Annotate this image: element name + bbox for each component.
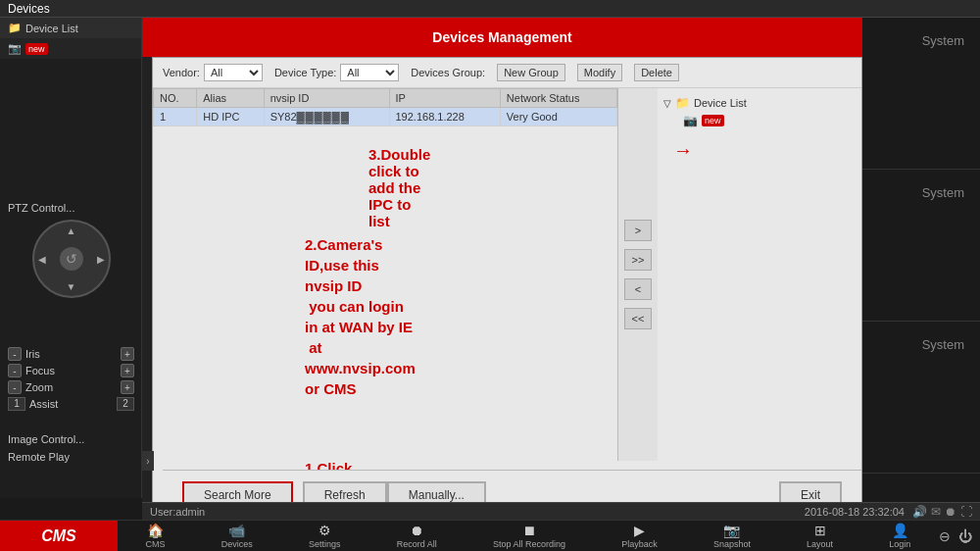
mail-icon: ✉	[931, 505, 941, 519]
devices-group-group: Devices Group:	[411, 67, 485, 78]
taskbar-item-devices[interactable]: 📹 Devices	[221, 523, 253, 549]
system-label-1: System	[914, 25, 972, 56]
ptz-center-btn[interactable]: ↺	[60, 247, 83, 271]
delete-btn[interactable]: Delete	[634, 64, 679, 81]
iris-plus-btn[interactable]: +	[121, 347, 134, 361]
col-alias: Alias	[197, 89, 264, 108]
devices-group-label: Devices Group:	[411, 67, 485, 78]
arrow-right-all-btn[interactable]: >>	[624, 249, 652, 271]
tree-device-list-label: Device List	[694, 97, 747, 109]
taskbar-item-snapshot[interactable]: 📷 Snapshot	[713, 523, 751, 549]
arrow-left-btn[interactable]: <	[624, 278, 652, 300]
remote-play-label[interactable]: Remote Play	[8, 451, 134, 463]
camera-icon: 📷	[8, 42, 22, 55]
taskbar-item-cms[interactable]: 🏠 CMS	[146, 523, 166, 549]
taskbar-devices-label: Devices	[221, 539, 253, 549]
snapshot-icon: 📷	[723, 523, 740, 538]
focus-minus-btn[interactable]: -	[8, 364, 22, 377]
ptz-area: PTZ Control... ▲ ▼ ◀ ▶ ↺	[0, 194, 142, 306]
modify-btn[interactable]: Modify	[577, 64, 622, 81]
taskbar-cms-label: CMS	[146, 539, 166, 549]
sidebar-chevron[interactable]: ›	[142, 451, 154, 471]
top-bar: Devices	[0, 0, 980, 18]
taskbar-item-stop-recording[interactable]: ⏹ Stop All Recording	[493, 523, 565, 549]
cell-no: 1	[154, 108, 197, 126]
tree-new-badge: new	[702, 115, 724, 126]
table-body: 1 HD IPC SY82▓▓▓▓▓▓ 192.168.1.228 Very G…	[154, 108, 617, 126]
iris-label: Iris	[25, 348, 117, 360]
taskbar-item-settings[interactable]: ⚙ Settings	[309, 523, 341, 549]
focus-label: Focus	[25, 365, 117, 376]
taskbar-layout-label: Layout	[807, 539, 833, 549]
cell-nvsip-id: SY82▓▓▓▓▓▓	[264, 108, 389, 126]
sidebar-device-list-label: Device List	[25, 23, 78, 34]
assist-label: Assist	[29, 398, 113, 410]
taskbar-stop-recording-label: Stop All Recording	[493, 539, 565, 549]
zoom-minus-btn[interactable]: -	[8, 380, 22, 394]
taskbar-login-label: Login	[889, 539, 910, 549]
taskbar-snapshot-label: Snapshot	[713, 539, 751, 549]
modal-body: NO. Alias nvsip ID IP Network Status 1 H…	[153, 88, 861, 461]
vendor-group: Vendor: All	[163, 64, 263, 81]
device-type-group: Device Type: All	[274, 64, 399, 81]
taskbar-record-all-label: Record All	[397, 539, 437, 549]
top-bar-title: Devices	[8, 2, 50, 16]
assist-num2: 2	[117, 397, 134, 411]
focus-plus-btn[interactable]: +	[121, 364, 134, 377]
vendor-label: Vendor:	[163, 67, 200, 78]
col-nvsip-id: nvsip ID	[264, 89, 389, 108]
login-icon: 👤	[892, 523, 908, 538]
arrow-right-btn[interactable]: >	[624, 220, 652, 241]
taskbar-items: 🏠 CMS 📹 Devices ⚙ Settings ⏺ Record All …	[118, 523, 939, 549]
system-block-1: System	[862, 18, 980, 170]
taskbar-minus-btn[interactable]: ⊖	[939, 528, 951, 544]
table-row[interactable]: 1 HD IPC SY82▓▓▓▓▓▓ 192.168.1.228 Very G…	[154, 108, 617, 126]
system-label-3: System	[914, 329, 972, 360]
device-table-panel: NO. Alias nvsip ID IP Network Status 1 H…	[153, 88, 618, 461]
stop-recording-icon: ⏹	[522, 523, 536, 538]
col-no: NO.	[154, 89, 197, 108]
record-all-icon: ⏺	[410, 523, 423, 538]
table-wrapper: NO. Alias nvsip ID IP Network Status 1 H…	[153, 88, 617, 461]
zoom-plus-btn[interactable]: +	[121, 380, 134, 394]
new-group-btn[interactable]: New Group	[497, 64, 565, 81]
col-network-status: Network Status	[500, 89, 616, 108]
status-icons: 🔊 ✉ ⏺ ⛶	[912, 505, 972, 519]
tree-device-list: ▽ 📁 Device List	[663, 94, 856, 112]
speaker-icon: 🔊	[912, 505, 927, 519]
sidebar-header: 📁 Device List	[0, 18, 141, 38]
device-type-select[interactable]: All	[340, 64, 399, 81]
layout-icon: ⊞	[814, 523, 826, 538]
image-control[interactable]: Image Control... Remote Play	[0, 429, 142, 467]
taskbar-item-record-all[interactable]: ⏺ Record All	[397, 523, 437, 549]
folder-icon: 📁	[8, 22, 22, 34]
tree-expand-icon[interactable]: ▽	[663, 98, 671, 109]
table-header: NO. Alias nvsip ID IP Network Status	[154, 89, 617, 108]
assist-num1: 1	[8, 397, 25, 411]
arrow-left-all-btn[interactable]: <<	[624, 308, 652, 329]
cell-network-status: Very Good	[500, 108, 616, 126]
image-control-label: Image Control...	[8, 433, 134, 445]
system-block-3: System	[862, 322, 980, 474]
status-datetime: 2016-08-18 23:32:04	[805, 506, 905, 518]
taskbar-power-btn[interactable]: ⏻	[958, 528, 972, 544]
iris-minus-btn[interactable]: -	[8, 347, 22, 361]
taskbar-item-layout[interactable]: ⊞ Layout	[807, 523, 833, 549]
zoom-control: - Zoom +	[8, 380, 134, 394]
modal-title: Devices Management	[432, 29, 571, 45]
system-label-2: System	[914, 177, 972, 208]
ptz-label[interactable]: PTZ Control...	[8, 202, 134, 214]
fullscreen-icon[interactable]: ⛶	[960, 505, 972, 519]
tree-new-item[interactable]: 📷 new	[663, 112, 856, 129]
logo-text: CMS	[41, 527, 76, 545]
vendor-select[interactable]: All	[204, 64, 263, 81]
cam-controls: - Iris + - Focus + - Zoom + 1 Assist 2	[0, 341, 142, 420]
right-panel: System System System	[862, 18, 980, 498]
sidebar-device-list-item[interactable]: 📷 new	[0, 38, 141, 59]
col-ip: IP	[389, 89, 500, 108]
taskbar-item-playback[interactable]: ▶ Playback	[621, 523, 658, 549]
tree-camera-icon: 📷	[683, 114, 698, 127]
taskbar-item-login[interactable]: 👤 Login	[889, 523, 910, 549]
cms-logo: CMS	[0, 521, 118, 552]
modal-toolbar: Vendor: All Device Type: All Devices Gro…	[153, 58, 861, 88]
